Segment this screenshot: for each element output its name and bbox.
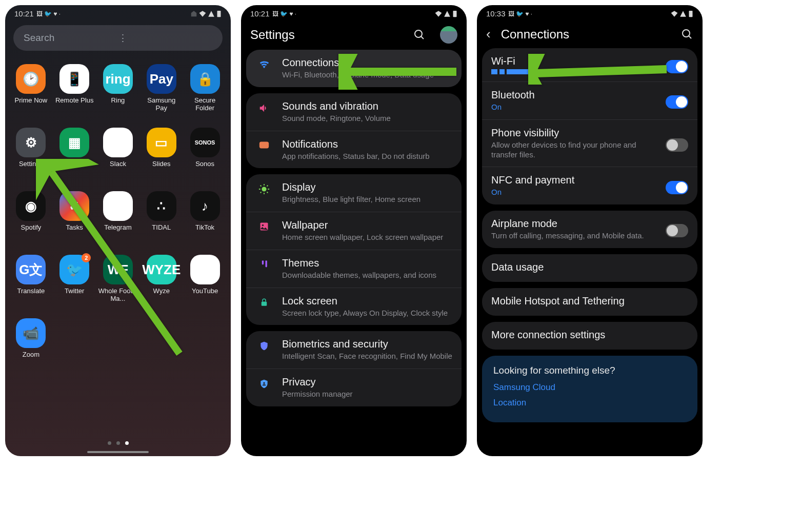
status-time: 10:33: [486, 9, 506, 18]
status-time: 10:21: [14, 9, 34, 18]
settings-group: ConnectionsWi-Fi, Bluetooth, Airplane mo…: [246, 50, 462, 87]
app-remote-plus[interactable]: 📱Remote Plus: [53, 64, 96, 126]
svg-line-11: [261, 186, 262, 187]
row-subtitle: Allow other devices to find your phone a…: [491, 140, 660, 160]
settings-row-lock-screen[interactable]: Lock screenScreen lock type, Always On D…: [246, 288, 462, 325]
app-settings[interactable]: ⚙Settings: [9, 128, 53, 189]
settings-row-biometrics-and-security[interactable]: Biometrics and securityIntelligent Scan,…: [246, 331, 462, 369]
profile-avatar[interactable]: [440, 26, 457, 44]
toggle-switch[interactable]: [666, 60, 688, 73]
connections-group: Wi-FiBluetoothOnPhone visibilityAllow ot…: [482, 48, 697, 204]
app-translate[interactable]: G文Translate: [9, 255, 53, 316]
nav-bar-handle[interactable]: [87, 451, 149, 453]
row-title: Connections: [282, 57, 452, 69]
app-label: Slack: [110, 160, 126, 168]
row-title: Mobile Hotspot and Tethering: [491, 295, 688, 307]
row-title: Themes: [282, 257, 452, 269]
toggle-switch[interactable]: [666, 138, 688, 152]
settings-row-wallpaper[interactable]: WallpaperHome screen wallpaper, Lock scr…: [246, 212, 462, 250]
connections-row-wi-fi[interactable]: Wi-Fi: [482, 48, 697, 81]
connections-row-phone-visibility[interactable]: Phone visibilityAllow other devices to f…: [482, 119, 697, 167]
search-icon[interactable]: [413, 29, 426, 41]
row-title: Airplane mode: [491, 218, 660, 230]
app-icon: ♪: [190, 191, 220, 221]
app-icon: ring: [103, 64, 133, 94]
connections-header: ‹ Connections: [477, 20, 703, 48]
connections-row-bluetooth[interactable]: BluetoothOn: [482, 81, 697, 119]
connections-group: More connection settings: [482, 322, 697, 350]
app-tasks-[interactable]: ✓Tasks: [53, 191, 96, 253]
toggle-switch[interactable]: [666, 95, 688, 109]
toggle-switch[interactable]: [666, 181, 688, 194]
app-sheets[interactable]: ▦Sheets: [53, 128, 96, 189]
shield-icon: [255, 340, 273, 352]
svg-line-13: [261, 192, 262, 193]
app-slides[interactable]: ▭Slides: [139, 128, 183, 189]
app-spotify[interactable]: ◉Spotify: [9, 191, 53, 253]
settings-row-connections[interactable]: ConnectionsWi-Fi, Bluetooth, Airplane mo…: [246, 50, 462, 87]
status-icons-left: 🖼 🐦 ♥ ·: [36, 10, 61, 17]
app-wyze[interactable]: WYZEWyze: [139, 255, 183, 316]
app-tidal[interactable]: ∴TIDAL: [139, 191, 183, 253]
status-icons-left: 🖼 🐦 ♥ ·: [272, 10, 296, 17]
app-icon: ✈: [103, 191, 133, 221]
search-icon[interactable]: [681, 28, 693, 40]
connections-row-airplane-mode[interactable]: Airplane modeTurn off calling, messaging…: [482, 211, 697, 248]
svg-line-12: [267, 192, 268, 193]
settings-row-themes[interactable]: ThemesDownloadable themes, wallpapers, a…: [246, 250, 462, 288]
connections-row-more-connection-settings[interactable]: More connection settings: [482, 322, 697, 350]
svg-line-4: [421, 36, 424, 39]
app-icon: ▶: [190, 255, 220, 284]
row-title: Notifications: [282, 138, 452, 150]
row-title: Lock screen: [282, 295, 452, 307]
settings-row-display[interactable]: DisplayBrightness, Blue light filter, Ho…: [246, 174, 462, 212]
app-label: Prime Now: [15, 97, 48, 105]
theme-icon: [255, 259, 273, 270]
app-ring[interactable]: ringRing: [96, 64, 140, 126]
footer-title: Looking for something else?: [493, 365, 686, 376]
footer-link-samsung-cloud[interactable]: Samsung Cloud: [493, 382, 686, 393]
app-samsung-pay[interactable]: PaySamsung Pay: [139, 64, 183, 126]
settings-row-notifications[interactable]: NotificationsApp notifications, Status b…: [246, 131, 462, 169]
settings-row-privacy[interactable]: PrivacyPermission manager: [246, 369, 462, 406]
app-label: TIDAL: [152, 224, 171, 232]
svg-line-14: [267, 186, 268, 187]
notification-badge: 2: [82, 253, 91, 262]
app-twitter[interactable]: 🐦2Twitter: [53, 255, 96, 316]
app-label: Wyze: [153, 288, 170, 295]
settings-group: DisplayBrightness, Blue light filter, Ho…: [246, 174, 462, 325]
back-icon[interactable]: ‹: [486, 26, 491, 42]
status-bar: 10:21 🖼 🐦 ♥ ·: [241, 5, 467, 20]
more-options-icon[interactable]: ⋮: [118, 32, 212, 44]
search-bar[interactable]: Search ⋮: [13, 25, 223, 51]
app-icon: SONOS: [190, 128, 220, 157]
app-icon: 📱: [59, 64, 89, 94]
wifi-icon: [255, 59, 273, 70]
app-prime-now[interactable]: 🕑Prime Now: [9, 64, 53, 126]
row-title: More connection settings: [491, 329, 688, 341]
row-title: Biometrics and security: [282, 338, 452, 350]
app-slack[interactable]: ✱Slack: [96, 128, 140, 189]
footer-link-location[interactable]: Location: [493, 398, 686, 408]
svg-rect-17: [262, 301, 267, 305]
settings-row-sounds-and-vibration[interactable]: Sounds and vibrationSound mode, Ringtone…: [246, 93, 462, 131]
svg-line-22: [689, 36, 691, 38]
app-secure-folder[interactable]: 🔒Secure Folder: [183, 64, 227, 126]
app-sonos[interactable]: SONOSSonos: [183, 128, 227, 189]
app-whole-foods-ma-[interactable]: WFWhole Foods Ma...: [96, 255, 140, 316]
wall-icon: [255, 221, 273, 232]
app-label: Secure Folder: [185, 97, 225, 112]
connections-row-nfc-and-payment[interactable]: NFC and paymentOn: [482, 167, 697, 204]
app-youtube[interactable]: ▶YouTube: [183, 255, 227, 316]
connections-row-data-usage[interactable]: Data usage: [482, 254, 697, 282]
row-subtitle: Home screen wallpaper, Lock screen wallp…: [282, 233, 452, 242]
toggle-switch[interactable]: [666, 224, 688, 237]
notif-icon: [255, 140, 273, 150]
connections-row-mobile-hotspot-and-tethering[interactable]: Mobile Hotspot and Tethering: [482, 288, 697, 316]
app-tiktok[interactable]: ♪TikTok: [183, 191, 227, 253]
settings-list: ConnectionsWi-Fi, Bluetooth, Airplane mo…: [241, 50, 467, 412]
svg-point-3: [415, 30, 422, 37]
settings-group: Sounds and vibrationSound mode, Ringtone…: [246, 93, 462, 169]
app-zoom[interactable]: 📹Zoom: [9, 318, 53, 380]
app-telegram[interactable]: ✈Telegram: [96, 191, 140, 253]
